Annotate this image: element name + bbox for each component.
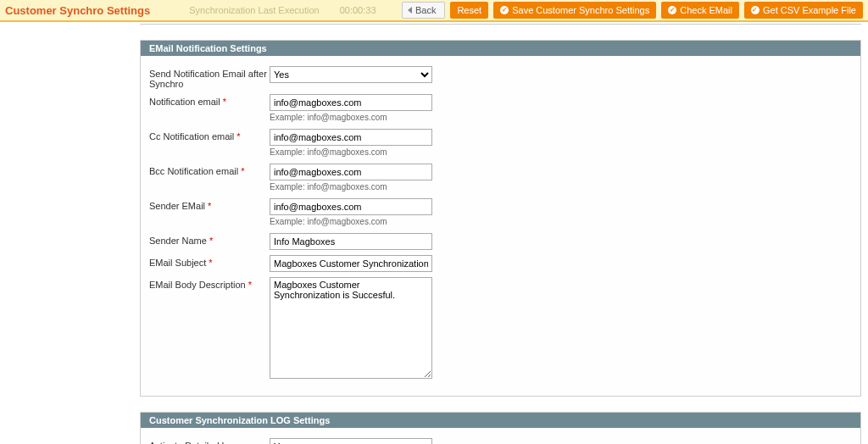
email-subject-label: EMail Subject * [149,255,270,268]
faded-status: Synchronization Last Execution 00:00:33 [155,5,397,15]
toolbar-buttons: Back Reset ✓ Save Customer Synchro Setti… [402,2,863,19]
bcc-email-label: Bcc Notification email * [149,164,270,176]
reset-button[interactable]: Reset [450,2,488,19]
back-button-label: Back [415,5,436,15]
activate-log-label: Activate Detailed Log [149,438,270,444]
bcc-email-hint: Example: info@magboxes.com [270,182,432,191]
required-icon: * [241,166,244,176]
sender-email-label: Sender EMail * [149,198,270,211]
page-body: EMail Notification Settings Send Notific… [0,22,868,444]
csv-example-button[interactable]: ✓ Get CSV Example File [744,2,863,19]
required-icon: * [236,131,240,142]
activate-log-select[interactable]: Yes [270,438,432,444]
notification-email-label: Notification email * [149,94,270,107]
check-icon: ✓ [668,6,676,14]
sender-email-input[interactable] [270,198,432,215]
faded-status-value: 00:00:33 [340,5,376,15]
cc-email-label: Cc Notification email * [149,129,270,142]
top-divider [140,24,861,25]
back-button[interactable]: Back [402,2,445,19]
email-panel-body: Send Notification Email after Synchro Ye… [141,56,860,396]
faded-status-label: Synchronization Last Execution [189,5,319,15]
sender-name-input[interactable] [270,233,432,250]
main-content: EMail Notification Settings Send Notific… [140,22,868,444]
left-sidebar-gutter [0,22,140,444]
email-body-textarea[interactable] [270,277,432,379]
log-settings-panel: Customer Synchronization LOG Settings Ac… [140,412,861,444]
save-button[interactable]: ✓ Save Customer Synchro Settings [493,2,656,19]
required-icon: * [209,258,212,268]
email-notification-panel: EMail Notification Settings Send Notific… [140,40,861,397]
send-after-label: Send Notification Email after Synchro [149,66,270,89]
log-panel-header: Customer Synchronization LOG Settings [141,413,860,428]
check-icon: ✓ [751,6,760,14]
notification-email-input[interactable] [270,94,432,111]
email-body-label: EMail Body Description * [149,277,270,290]
notification-email-hint: Example: info@magboxes.com [270,113,432,122]
cc-email-hint: Example: info@magboxes.com [270,147,432,157]
required-icon: * [248,280,252,290]
check-icon: ✓ [500,6,509,14]
email-subject-input[interactable] [270,255,432,272]
log-panel-body: Activate Detailed Log Yes Number of Log … [141,428,860,444]
check-email-button[interactable]: ✓ Check EMail [661,2,739,19]
save-button-label: Save Customer Synchro Settings [512,5,649,15]
email-panel-header: EMail Notification Settings [141,41,860,56]
bcc-email-input[interactable] [270,164,432,180]
sender-name-label: Sender Name * [149,233,270,246]
required-icon: * [209,236,213,246]
top-toolbar: Customer Synchro Settings Synchronizatio… [0,0,868,22]
csv-example-button-label: Get CSV Example File [763,5,856,15]
check-email-button-label: Check EMail [680,5,732,15]
sender-email-hint: Example: info@magboxes.com [270,217,432,226]
page-title: Customer Synchro Settings [5,4,150,17]
required-icon: * [223,97,226,107]
required-icon: * [208,201,211,211]
send-after-select[interactable]: Yes [270,66,432,83]
reset-button-label: Reset [457,5,481,15]
arrow-left-icon [408,7,412,14]
cc-email-input[interactable] [270,129,432,146]
